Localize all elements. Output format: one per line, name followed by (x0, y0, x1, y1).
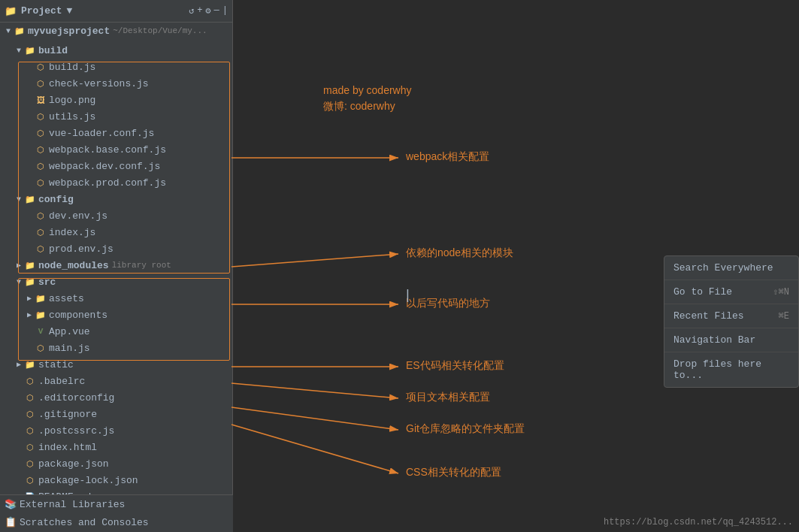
node-modules-annotation: 依赖的node相关的模块 (406, 246, 513, 260)
dropdown-arrow[interactable]: ▼ (67, 5, 73, 17)
prod-env-icon: ⬡ (35, 244, 47, 254)
utils-item[interactable]: ⬡ utils.js (0, 108, 232, 125)
webpack-prod-item[interactable]: ⬡ webpack.prod.conf.js (0, 174, 232, 191)
main-js-icon: ⬡ (35, 343, 47, 353)
postcssrc-item[interactable]: ⬡ .postcssrc.js (0, 422, 232, 439)
main-js-item[interactable]: ⬡ main.js (0, 340, 232, 356)
src-label: src (38, 277, 56, 288)
index-html-item[interactable]: ⬡ index.html (0, 439, 232, 455)
navigation-bar-item[interactable]: Navigation Bar (664, 328, 798, 352)
external-libraries-icon: 📚 (5, 498, 17, 510)
package-lock-item[interactable]: ⬡ package-lock.json (0, 472, 232, 488)
package-json-item[interactable]: ⬡ package.json (0, 455, 232, 472)
recent-files-item[interactable]: Recent Files ⌘E (664, 304, 798, 328)
config-label: config (38, 194, 74, 205)
search-everywhere-label: Search Everywhere (673, 262, 773, 274)
config-folder[interactable]: ▼ 📁 config (0, 191, 232, 207)
gitignore-icon: ⬡ (24, 410, 36, 419)
logo-item[interactable]: 🖼 logo.png (0, 92, 232, 108)
webpack-dev-icon: ⬡ (35, 162, 47, 171)
webpack-base-icon: ⬡ (35, 145, 47, 155)
navigation-bar-label: Navigation Bar (673, 334, 755, 346)
external-libraries-item[interactable]: 📚 External Libraries (0, 495, 233, 513)
scratches-item[interactable]: 📋 Scratches and Consoles (0, 513, 233, 531)
scratches-icon: 📋 (5, 516, 17, 528)
css-annotation: CSS相关转化的配置 (406, 466, 501, 479)
root-item[interactable]: ▼ 📁 myvuejsproject ~/Desktop/Vue/my... (0, 23, 232, 39)
check-versions-item[interactable]: ⬡ check-versions.js (0, 75, 232, 92)
babelrc-icon: ⬡ (24, 376, 36, 386)
config-folder-icon: 📁 (24, 195, 36, 204)
build-js-item[interactable]: ⬡ build.js (0, 59, 232, 75)
header-controls: ↺ + ⚙ — | (189, 5, 228, 17)
src-folder[interactable]: ▼ 📁 src (0, 274, 232, 290)
webpack-base-item[interactable]: ⬡ webpack.base.conf.js (0, 141, 232, 158)
build-folder-icon: 📁 (24, 46, 36, 56)
package-json-label: package.json (38, 458, 109, 470)
git-ignore-annotation: Git仓库忽略的文件夹配置 (406, 422, 525, 436)
drop-files-label: Drop files here to... (673, 358, 789, 381)
postcssrc-icon: ⬡ (24, 426, 36, 436)
project-text-annotation: 项目文本相关配置 (406, 391, 490, 404)
editorconfig-item[interactable]: ⬡ .editorconfig (0, 389, 232, 406)
root-path: ~/Desktop/Vue/my... (113, 26, 207, 35)
file-tree: ▼ 📁 build ⬡ build.js ⬡ check-versions.js… (0, 39, 232, 511)
build-js-icon: ⬡ (35, 62, 47, 72)
external-libraries-label: External Libraries (20, 499, 125, 510)
separator: | (222, 5, 228, 17)
components-label: components (49, 310, 107, 321)
utils-icon: ⬡ (35, 112, 47, 122)
index-html-label: index.html (38, 442, 97, 453)
node-modules-label: node_modules (38, 260, 109, 271)
refresh-icon[interactable]: ↺ (189, 5, 194, 17)
root-folder-icon: 📁 (14, 26, 26, 36)
editorconfig-icon: ⬡ (24, 393, 36, 403)
project-header[interactable]: 📁 Project ▼ ↺ + ⚙ — | (0, 0, 232, 23)
assets-folder[interactable]: ▶ 📁 assets (0, 290, 232, 307)
logo-label: logo.png (49, 95, 95, 106)
utils-label: utils.js (49, 111, 95, 122)
package-lock-label: package-lock.json (38, 475, 138, 486)
assets-label: assets (49, 293, 84, 304)
index-config-item[interactable]: ⬡ index.js (0, 224, 232, 240)
gitignore-item[interactable]: ⬡ .gitignore (0, 406, 232, 422)
settings-icon[interactable]: ⚙ (205, 5, 210, 17)
src-annotation: 以后写代码的地方 (406, 297, 490, 310)
search-everywhere-item[interactable]: Search Everywhere (664, 256, 798, 280)
webpack-dev-item[interactable]: ⬡ webpack.dev.conf.js (0, 158, 232, 174)
package-lock-icon: ⬡ (24, 476, 36, 485)
app-vue-label: App.vue (49, 326, 90, 337)
prod-env-label: prod.env.js (49, 243, 113, 255)
index-config-label: index.js (49, 227, 95, 238)
static-icon: 📁 (24, 360, 36, 370)
logo-icon: 🖼 (35, 95, 47, 105)
svg-line-7 (232, 425, 398, 473)
components-folder[interactable]: ▶ 📁 components (0, 307, 232, 323)
check-versions-icon: ⬡ (35, 79, 47, 89)
svg-line-2 (232, 254, 398, 267)
prod-env-item[interactable]: ⬡ prod.env.js (0, 240, 232, 257)
postcssrc-label: .postcssrc.js (38, 425, 114, 437)
add-icon[interactable]: + (197, 5, 202, 17)
app-vue-item[interactable]: V App.vue (0, 323, 232, 340)
node-modules-folder[interactable]: ▶ 📁 node_modules library root (0, 257, 232, 274)
build-label: build (38, 45, 68, 56)
coderwhy-line2: 微博: coderwhy (323, 98, 412, 114)
dev-env-item[interactable]: ⬡ dev.env.js (0, 207, 232, 224)
go-to-file-shortcut: ⇧⌘N (773, 286, 789, 298)
babelrc-item[interactable]: ⬡ .babelrc (0, 373, 232, 389)
main-js-label: main.js (49, 343, 90, 354)
root-arrow: ▼ (3, 27, 14, 35)
project-icon: 📁 (5, 5, 17, 17)
static-folder[interactable]: ▶ 📁 static (0, 356, 232, 373)
recent-files-shortcut: ⌘E (779, 310, 789, 322)
minimize-icon[interactable]: — (214, 5, 219, 17)
vue-loader-item[interactable]: ⬡ vue-loader.conf.js (0, 125, 232, 141)
index-html-icon: ⬡ (24, 443, 36, 452)
go-to-file-item[interactable]: Go to File ⇧⌘N (664, 280, 798, 304)
build-folder[interactable]: ▼ 📁 build (0, 42, 232, 59)
assets-icon: 📁 (35, 294, 47, 304)
go-to-file-label: Go to File (673, 286, 732, 298)
babelrc-label: .babelrc (38, 376, 85, 387)
root-label: myvuejsproject (28, 26, 110, 37)
